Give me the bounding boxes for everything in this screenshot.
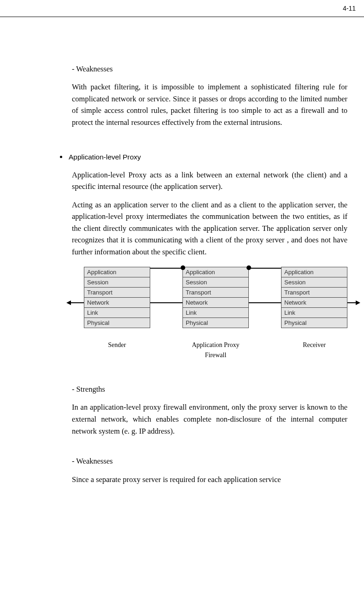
stacks-row: Application Session Transport Network Li…: [84, 267, 347, 328]
label-sender: Sender: [84, 340, 150, 360]
bullet-heading-text: Application-level Proxy: [69, 152, 141, 163]
label-middle: Application Proxy Firewall: [182, 340, 249, 360]
layer-application: Application: [282, 267, 347, 277]
arrow-right-icon: [356, 300, 360, 305]
layer-session: Session: [84, 277, 150, 288]
layer-session: Session: [183, 277, 248, 288]
strengths-body: In an application-level proxy firewall e…: [72, 401, 347, 437]
arrow-left-icon: [66, 300, 71, 305]
page-number: 4-11: [343, 5, 356, 12]
node-right-icon: [247, 265, 251, 270]
weaknesses-body-1: With packet filtering, it is impossible …: [72, 81, 347, 128]
proxy-para-1: Application-level Proxy acts as a link b…: [72, 169, 347, 193]
layer-physical: Physical: [282, 318, 347, 328]
layer-network: Network: [183, 298, 248, 308]
label-receiver: Receiver: [281, 340, 347, 360]
proxy-para-2: Acting as an application server to the c…: [72, 199, 347, 258]
stack-proxy: Application Session Transport Network Li…: [182, 267, 249, 328]
proxy-diagram: Application Session Transport Network Li…: [84, 267, 347, 360]
bullet-heading-row: Application-level Proxy: [60, 152, 347, 163]
page-header: 4-11: [0, 0, 364, 17]
stack-sender: Application Session Transport Network Li…: [84, 267, 150, 328]
layer-application: Application: [183, 267, 248, 277]
diagram-labels: Sender Application Proxy Firewall Receiv…: [84, 340, 347, 360]
layer-network: Network: [84, 298, 150, 308]
layer-link: Link: [84, 308, 150, 318]
page-content: - Weaknesses With packet filtering, it i…: [0, 17, 364, 506]
layer-physical: Physical: [183, 318, 248, 328]
stack-receiver: Application Session Transport Network Li…: [281, 267, 347, 328]
weaknesses-heading-2: - Weaknesses: [72, 455, 347, 467]
bullet-icon: [60, 156, 62, 158]
weaknesses-body-2: Since a separate proxy server is require…: [72, 474, 347, 486]
layer-transport: Transport: [183, 288, 248, 298]
strengths-heading: - Strengths: [72, 383, 347, 395]
layer-network: Network: [282, 298, 347, 308]
connector-line-top-right: [249, 268, 282, 268]
connector-line-top-left: [150, 268, 183, 268]
layer-session: Session: [282, 277, 347, 288]
layer-application: Application: [84, 267, 150, 277]
weaknesses-heading-1: - Weaknesses: [72, 63, 347, 75]
layer-physical: Physical: [84, 318, 150, 328]
layer-transport: Transport: [84, 288, 150, 298]
layer-link: Link: [282, 308, 347, 318]
layer-transport: Transport: [282, 288, 347, 298]
layer-link: Link: [183, 308, 248, 318]
